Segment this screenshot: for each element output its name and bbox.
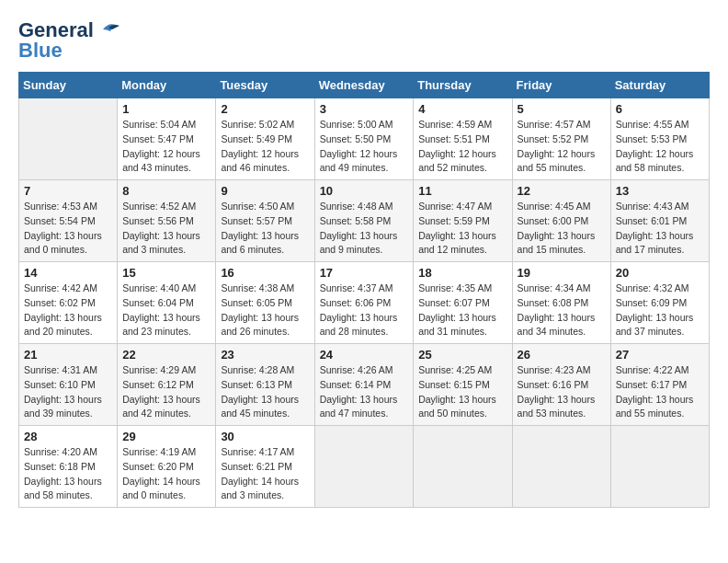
calendar-cell: 19Sunrise: 4:34 AMSunset: 6:08 PMDayligh…: [512, 262, 610, 344]
day-number: 29: [122, 430, 210, 443]
day-info: Sunrise: 4:22 AMSunset: 6:17 PMDaylight:…: [616, 363, 704, 421]
calendar-cell: 16Sunrise: 4:38 AMSunset: 6:05 PMDayligh…: [216, 262, 314, 344]
calendar-cell: 3Sunrise: 5:00 AMSunset: 5:50 PMDaylight…: [314, 98, 414, 180]
day-info: Sunrise: 4:17 AMSunset: 6:21 PMDaylight:…: [221, 445, 309, 503]
calendar-cell: [314, 426, 414, 508]
day-info: Sunrise: 4:40 AMSunset: 6:04 PMDaylight:…: [122, 282, 210, 339]
day-info: Sunrise: 4:57 AMSunset: 5:52 PMDaylight:…: [518, 118, 606, 176]
day-number: 6: [616, 102, 704, 116]
calendar-cell: 8Sunrise: 4:52 AMSunset: 5:56 PMDaylight…: [118, 180, 216, 262]
day-info: Sunrise: 4:43 AMSunset: 6:01 PMDaylight:…: [616, 200, 704, 258]
week-row-4: 21Sunrise: 4:31 AMSunset: 6:10 PMDayligh…: [19, 344, 710, 426]
day-number: 12: [518, 184, 606, 198]
calendar-cell: [414, 426, 512, 508]
day-info: Sunrise: 4:45 AMSunset: 6:00 PMDaylight:…: [518, 200, 606, 258]
day-number: 28: [24, 430, 112, 443]
calendar-cell: 20Sunrise: 4:32 AMSunset: 6:09 PMDayligh…: [610, 262, 709, 344]
day-number: 17: [320, 266, 409, 280]
calendar-cell: 1Sunrise: 5:04 AMSunset: 5:47 PMDaylight…: [118, 98, 216, 180]
calendar-cell: 26Sunrise: 4:23 AMSunset: 6:16 PMDayligh…: [512, 344, 610, 426]
calendar-cell: 10Sunrise: 4:48 AMSunset: 5:58 PMDayligh…: [314, 180, 414, 262]
weekday-header-tuesday: Tuesday: [216, 73, 314, 98]
day-info: Sunrise: 4:31 AMSunset: 6:10 PMDaylight:…: [24, 363, 112, 421]
weekday-header-row: SundayMondayTuesdayWednesdayThursdayFrid…: [19, 73, 710, 98]
weekday-header-thursday: Thursday: [414, 73, 512, 98]
day-info: Sunrise: 4:52 AMSunset: 5:56 PMDaylight:…: [122, 200, 210, 258]
day-info: Sunrise: 5:00 AMSunset: 5:50 PMDaylight:…: [320, 118, 409, 176]
day-number: 3: [320, 102, 409, 116]
day-info: Sunrise: 4:55 AMSunset: 5:53 PMDaylight:…: [616, 118, 704, 176]
calendar-cell: 23Sunrise: 4:28 AMSunset: 6:13 PMDayligh…: [216, 344, 314, 426]
calendar-cell: 6Sunrise: 4:55 AMSunset: 5:53 PMDaylight…: [610, 98, 709, 180]
day-info: Sunrise: 4:28 AMSunset: 6:13 PMDaylight:…: [221, 363, 309, 421]
day-number: 26: [518, 348, 606, 362]
day-number: 7: [24, 184, 112, 198]
weekday-header-wednesday: Wednesday: [314, 73, 414, 98]
week-row-2: 7Sunrise: 4:53 AMSunset: 5:54 PMDaylight…: [19, 180, 710, 262]
calendar-cell: 14Sunrise: 4:42 AMSunset: 6:02 PMDayligh…: [19, 262, 118, 344]
day-number: 16: [221, 266, 309, 280]
day-info: Sunrise: 4:47 AMSunset: 5:59 PMDaylight:…: [418, 200, 506, 258]
calendar-table: SundayMondayTuesdayWednesdayThursdayFrid…: [18, 72, 710, 508]
calendar-cell: 25Sunrise: 4:25 AMSunset: 6:15 PMDayligh…: [414, 344, 512, 426]
day-info: Sunrise: 4:50 AMSunset: 5:57 PMDaylight:…: [221, 200, 309, 258]
calendar-cell: 30Sunrise: 4:17 AMSunset: 6:21 PMDayligh…: [216, 426, 314, 508]
day-number: 15: [122, 266, 210, 280]
day-info: Sunrise: 4:19 AMSunset: 6:20 PMDaylight:…: [122, 445, 210, 503]
calendar-cell: [610, 426, 709, 508]
day-info: Sunrise: 4:23 AMSunset: 6:16 PMDaylight:…: [518, 363, 606, 421]
day-info: Sunrise: 4:48 AMSunset: 5:58 PMDaylight:…: [320, 200, 409, 258]
calendar-cell: 18Sunrise: 4:35 AMSunset: 6:07 PMDayligh…: [414, 262, 512, 344]
calendar-cell: 5Sunrise: 4:57 AMSunset: 5:52 PMDaylight…: [512, 98, 610, 180]
day-info: Sunrise: 4:29 AMSunset: 6:12 PMDaylight:…: [122, 363, 210, 421]
day-number: 4: [418, 102, 506, 116]
day-number: 23: [221, 348, 309, 362]
day-number: 8: [122, 184, 210, 198]
calendar-cell: 2Sunrise: 5:02 AMSunset: 5:49 PMDaylight…: [216, 98, 314, 180]
logo-bird-icon: [96, 20, 121, 40]
calendar-cell: [512, 426, 610, 508]
day-info: Sunrise: 4:26 AMSunset: 6:14 PMDaylight:…: [320, 363, 409, 421]
day-number: 9: [221, 184, 309, 198]
weekday-header-monday: Monday: [118, 73, 216, 98]
day-info: Sunrise: 4:38 AMSunset: 6:05 PMDaylight:…: [221, 282, 309, 339]
day-info: Sunrise: 4:42 AMSunset: 6:02 PMDaylight:…: [24, 282, 112, 339]
day-number: 19: [518, 266, 606, 280]
day-number: 30: [221, 430, 309, 443]
day-number: 11: [418, 184, 506, 198]
calendar-cell: 21Sunrise: 4:31 AMSunset: 6:10 PMDayligh…: [19, 344, 118, 426]
calendar-cell: 13Sunrise: 4:43 AMSunset: 6:01 PMDayligh…: [610, 180, 709, 262]
day-number: 25: [418, 348, 506, 362]
calendar-cell: 17Sunrise: 4:37 AMSunset: 6:06 PMDayligh…: [314, 262, 414, 344]
day-info: Sunrise: 5:04 AMSunset: 5:47 PMDaylight:…: [122, 118, 210, 176]
calendar-cell: 29Sunrise: 4:19 AMSunset: 6:20 PMDayligh…: [118, 426, 216, 508]
day-number: 24: [320, 348, 409, 362]
day-info: Sunrise: 4:32 AMSunset: 6:09 PMDaylight:…: [616, 282, 704, 339]
calendar-cell: 9Sunrise: 4:50 AMSunset: 5:57 PMDaylight…: [216, 180, 314, 262]
day-number: 2: [221, 102, 309, 116]
day-info: Sunrise: 4:25 AMSunset: 6:15 PMDaylight:…: [418, 363, 506, 421]
logo-text-blue: Blue: [18, 39, 63, 63]
day-number: 14: [24, 266, 112, 280]
day-number: 13: [616, 184, 704, 198]
week-row-3: 14Sunrise: 4:42 AMSunset: 6:02 PMDayligh…: [19, 262, 710, 344]
day-number: 5: [518, 102, 606, 116]
calendar-cell: 24Sunrise: 4:26 AMSunset: 6:14 PMDayligh…: [314, 344, 414, 426]
calendar-cell: 15Sunrise: 4:40 AMSunset: 6:04 PMDayligh…: [118, 262, 216, 344]
calendar-cell: 22Sunrise: 4:29 AMSunset: 6:12 PMDayligh…: [118, 344, 216, 426]
calendar-cell: [19, 98, 118, 180]
day-info: Sunrise: 5:02 AMSunset: 5:49 PMDaylight:…: [221, 118, 309, 176]
weekday-header-sunday: Sunday: [19, 73, 118, 98]
day-info: Sunrise: 4:35 AMSunset: 6:07 PMDaylight:…: [418, 282, 506, 339]
weekday-header-friday: Friday: [512, 73, 610, 98]
day-number: 27: [616, 348, 704, 362]
calendar-cell: 4Sunrise: 4:59 AMSunset: 5:51 PMDaylight…: [414, 98, 512, 180]
day-info: Sunrise: 4:20 AMSunset: 6:18 PMDaylight:…: [24, 445, 112, 503]
week-row-5: 28Sunrise: 4:20 AMSunset: 6:18 PMDayligh…: [19, 426, 710, 508]
day-info: Sunrise: 4:34 AMSunset: 6:08 PMDaylight:…: [518, 282, 606, 339]
day-number: 20: [616, 266, 704, 280]
day-number: 10: [320, 184, 409, 198]
calendar-cell: 27Sunrise: 4:22 AMSunset: 6:17 PMDayligh…: [610, 344, 709, 426]
page-header: General Blue: [18, 18, 710, 63]
weekday-header-saturday: Saturday: [610, 73, 709, 98]
